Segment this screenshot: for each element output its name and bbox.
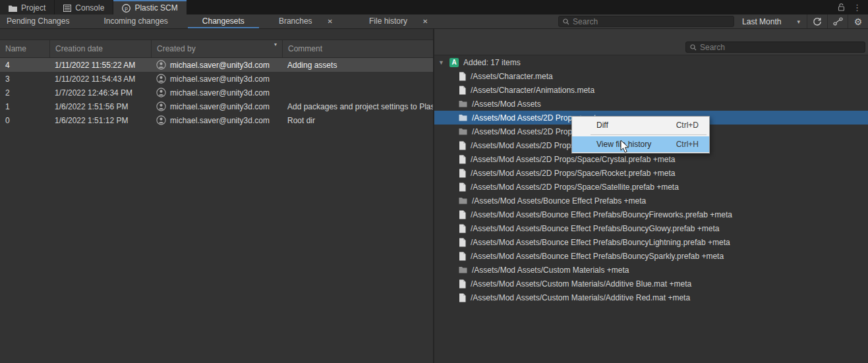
folder-icon [459, 128, 467, 135]
tab-console[interactable]: Console [55, 0, 113, 14]
file-path: /Assets/Mod Assets/2D Props/Space/Crysta… [471, 155, 675, 164]
view-tab-branches[interactable]: Branches ✕ [262, 14, 352, 28]
column-header-comment[interactable]: Comment [282, 40, 433, 57]
changeset-row[interactable]: 31/11/2022 11:54:43 AMmichael.saver@unit… [0, 72, 433, 86]
avatar [156, 60, 166, 70]
panel-spacer [0, 29, 433, 40]
changeset-number: 2 [0, 88, 49, 98]
folder-icon [459, 197, 467, 204]
file-row-file[interactable]: /Assets/Mod Assets/2D Props/Space/Rocket… [434, 166, 868, 180]
column-header-created-by[interactable]: Created by ▾ [151, 40, 282, 57]
file-path: /Assets/Mod Assets/Bounce Effect Prefabs… [471, 252, 724, 261]
view-tab-changesets[interactable]: Changesets [185, 14, 262, 28]
added-group-label: Added: 17 items [463, 58, 521, 67]
branch-explorer-button[interactable] [828, 14, 848, 28]
file-row-file[interactable]: /Assets/Mod Assets/Bounce Effect Prefabs… [434, 235, 868, 249]
file-row-file[interactable]: /Assets/Mod Assets/Bounce Effect Prefabs… [434, 221, 868, 235]
tab-label: Console [75, 3, 104, 13]
menu-item-diff[interactable]: DiffCtrl+D [572, 117, 709, 133]
main-content: Name Creation date Created by ▾ Comment … [0, 29, 868, 363]
file-row-file[interactable]: /Assets/Mod Assets/Bounce Effect Prefabs… [434, 249, 868, 263]
plastic-scm-icon: p [122, 4, 130, 13]
refresh-button[interactable] [807, 14, 827, 28]
period-filter-dropdown[interactable]: Last Month ▾ [734, 14, 807, 28]
console-icon [63, 5, 71, 12]
file-icon [459, 169, 466, 178]
search-icon [690, 44, 697, 51]
added-group-header[interactable]: ▼ A Added: 17 items [434, 55, 868, 69]
changesets-panel: Name Creation date Created by ▾ Comment … [0, 29, 434, 363]
file-path: /Assets/Mod Assets/Bounce Effect Prefabs… [472, 196, 646, 206]
file-icon [459, 72, 466, 81]
settings-button[interactable]: ⚙ [848, 14, 868, 28]
changesets-search-box[interactable] [558, 16, 734, 27]
collapse-triangle-icon[interactable]: ▼ [438, 59, 445, 66]
avatar [156, 101, 166, 111]
file-row-folder[interactable]: /Assets/Mod Assets/Bounce Effect Prefabs… [434, 194, 868, 208]
changeset-number: 3 [0, 74, 49, 84]
folder-icon [459, 100, 467, 107]
changeset-row[interactable]: 11/6/2022 1:51:56 PMmichael.saver@unity3… [0, 99, 433, 113]
context-menu: DiffCtrl+DView file historyCtrl+H [571, 116, 710, 154]
changeset-comment: Add packages and project settings to Pla… [282, 102, 433, 111]
tab-plastic-scm[interactable]: p Plastic SCM [113, 0, 186, 14]
file-icon [459, 210, 466, 219]
mouse-cursor [620, 140, 630, 154]
file-row-file[interactable]: /Assets/Mod Assets/2D Props/Space/Satell… [434, 180, 868, 194]
changeset-row[interactable]: 01/6/2022 1:51:12 PMmichael.saver@unity3… [0, 113, 433, 127]
file-path: /Assets/Mod Assets/2D Props/Space/Satell… [471, 182, 679, 192]
changeset-row[interactable]: 21/7/2022 12:46:34 PMmichael.saver@unity… [0, 86, 433, 99]
files-search-box[interactable] [685, 42, 865, 53]
changesets-table-body: 41/11/2022 11:55:22 AMmichael.saver@unit… [0, 58, 433, 127]
file-row-file[interactable]: /Assets/Character.meta [434, 69, 868, 83]
close-tab-icon[interactable]: ✕ [420, 16, 430, 26]
file-row-folder[interactable]: /Assets/Mod Assets/Custom Materials +met… [434, 263, 868, 277]
file-row-file[interactable]: /Assets/Mod Assets/Bounce Effect Prefabs… [434, 208, 868, 221]
tab-label: Project [21, 3, 45, 13]
view-tab-incoming-changes[interactable]: Incoming changes [86, 14, 185, 28]
file-row-file[interactable]: /Assets/Mod Assets/Custom Materials/Addi… [434, 277, 868, 291]
changeset-author: michael.saver@unity3d.com [151, 74, 282, 84]
changeset-date: 1/7/2022 12:46:34 PM [49, 88, 151, 98]
menu-item-shortcut: Ctrl+H [663, 140, 699, 149]
sort-indicator-icon: ▾ [274, 42, 277, 47]
view-tab-pending-changes[interactable]: Pending Changes [0, 14, 86, 28]
close-tab-icon[interactable]: ✕ [326, 16, 335, 26]
file-path: /Assets/Mod Assets/Custom Materials/Addi… [471, 279, 691, 289]
search-input[interactable] [700, 43, 861, 52]
folder-icon [459, 114, 467, 121]
file-row-folder[interactable]: /Assets/Mod Assets [434, 97, 868, 111]
changeset-number: 4 [0, 61, 49, 70]
file-path: /Assets/Mod Assets/Bounce Effect Prefabs… [471, 210, 732, 219]
view-tab-file-history[interactable]: File history ✕ [352, 14, 447, 28]
file-row-file[interactable]: /Assets/Mod Assets/2D Props/Space/Crysta… [434, 152, 868, 166]
file-icon [459, 279, 466, 289]
unlock-icon[interactable] [838, 3, 845, 11]
refresh-icon [813, 17, 822, 26]
file-tree: ▼ A Added: 17 items /Assets/Character.me… [434, 55, 868, 363]
kebab-menu-icon[interactable]: ⋮ [852, 3, 863, 12]
file-row-file[interactable]: /Assets/Mod Assets/Custom Materials/Addi… [434, 291, 868, 304]
file-icon [459, 252, 466, 261]
menu-separator [591, 134, 707, 135]
file-icon [459, 86, 466, 95]
column-header-creation-date[interactable]: Creation date [49, 40, 151, 57]
changed-items-header [434, 29, 868, 55]
column-header-name[interactable]: Name [0, 40, 49, 57]
file-icon [459, 155, 466, 164]
changed-items-panel: ▼ A Added: 17 items /Assets/Character.me… [434, 29, 868, 363]
changeset-date: 1/6/2022 1:51:56 PM [49, 102, 151, 111]
file-row-file[interactable]: /Assets/Character/Animations.meta [434, 83, 868, 97]
search-input[interactable] [573, 17, 730, 26]
menu-item-view-file-history[interactable]: View file historyCtrl+H [572, 136, 709, 152]
changeset-comment: Adding assets [282, 61, 433, 70]
file-icon [459, 238, 466, 247]
changeset-row[interactable]: 41/11/2022 11:55:22 AMmichael.saver@unit… [0, 58, 433, 72]
file-path: /Assets/Mod Assets [472, 99, 541, 109]
file-path: /Assets/Mod Assets/Custom Materials/Addi… [471, 293, 690, 302]
branch-graph-icon [833, 17, 843, 26]
tab-label: Plastic SCM [134, 3, 177, 13]
chevron-down-icon: ▾ [797, 18, 800, 25]
changeset-author: michael.saver@unity3d.com [151, 88, 282, 98]
tab-project[interactable]: Project [0, 0, 54, 14]
